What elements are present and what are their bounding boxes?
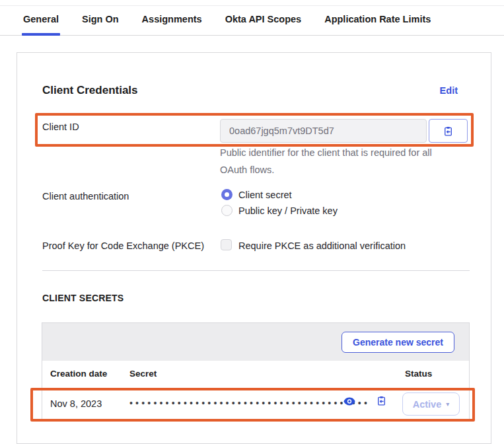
pkce-checkbox[interactable] <box>221 239 232 250</box>
pkce-label: Proof Key for Code Exchange (PKCE) <box>42 240 204 251</box>
chevron-down-icon: ▾ <box>446 401 449 408</box>
creation-date-cell: Nov 8, 2023 <box>50 398 102 409</box>
client-id-input[interactable] <box>220 119 427 143</box>
client-id-help-text: Public identifier for the client that is… <box>220 144 452 178</box>
radio-client-secret[interactable] <box>221 189 233 200</box>
tab-general-label: General <box>23 14 59 24</box>
tab-application-rate-limits[interactable]: Application Rate Limits <box>323 14 432 35</box>
client-id-label: Client ID <box>42 122 79 132</box>
tab-okta-api-scopes[interactable]: Okta API Scopes <box>224 14 303 35</box>
pkce-checkbox-label: Require PKCE as additional verification <box>238 240 406 251</box>
masked-secret-value: •••••••••••••••••••••••••••••••••••••••• <box>129 398 370 408</box>
reveal-secret-button[interactable] <box>343 397 356 408</box>
tab-okta-api-scopes-label: Okta API Scopes <box>225 14 302 24</box>
radio-public-private-key[interactable] <box>221 205 233 216</box>
app-tab-bar: General Sign On Assignments Okta API Sco… <box>0 6 504 36</box>
tab-sign-on-label: Sign On <box>82 14 119 24</box>
active-tab-underline <box>22 33 60 36</box>
tab-assignments-label: Assignments <box>142 14 202 24</box>
status-label: Active <box>413 399 442 410</box>
generate-new-secret-label: Generate new secret <box>353 337 443 348</box>
column-header-secret: Secret <box>129 369 157 379</box>
client-secrets-title: CLIENT SECRETS <box>42 293 124 303</box>
column-header-creation-date: Creation date <box>50 369 107 379</box>
tab-sign-on[interactable]: Sign On <box>81 14 120 35</box>
edit-link[interactable]: Edit <box>440 85 458 96</box>
copy-client-id-button[interactable] <box>429 119 468 143</box>
clipboard-copy-icon <box>376 395 387 408</box>
status-dropdown-button[interactable]: Active ▾ <box>402 392 460 416</box>
client-authentication-label: Client authentication <box>42 191 129 202</box>
tab-general[interactable]: General <box>22 14 60 35</box>
section-divider <box>42 270 470 271</box>
general-settings-card: Client Credentials Edit Client ID Public… <box>17 52 491 444</box>
tab-assignments[interactable]: Assignments <box>141 14 203 35</box>
copy-secret-button[interactable] <box>375 395 388 408</box>
radio-client-secret-label: Client secret <box>238 190 292 200</box>
clipboard-copy-icon <box>443 126 454 137</box>
radio-selected-dot-icon <box>225 192 229 197</box>
tab-application-rate-limits-label: Application Rate Limits <box>324 14 431 24</box>
column-header-status: Status <box>405 369 432 379</box>
eye-icon <box>343 397 355 408</box>
generate-new-secret-button[interactable]: Generate new secret <box>342 332 454 353</box>
client-credentials-title: Client Credentials <box>42 84 138 97</box>
radio-public-private-key-label: Public key / Private key <box>238 205 338 216</box>
